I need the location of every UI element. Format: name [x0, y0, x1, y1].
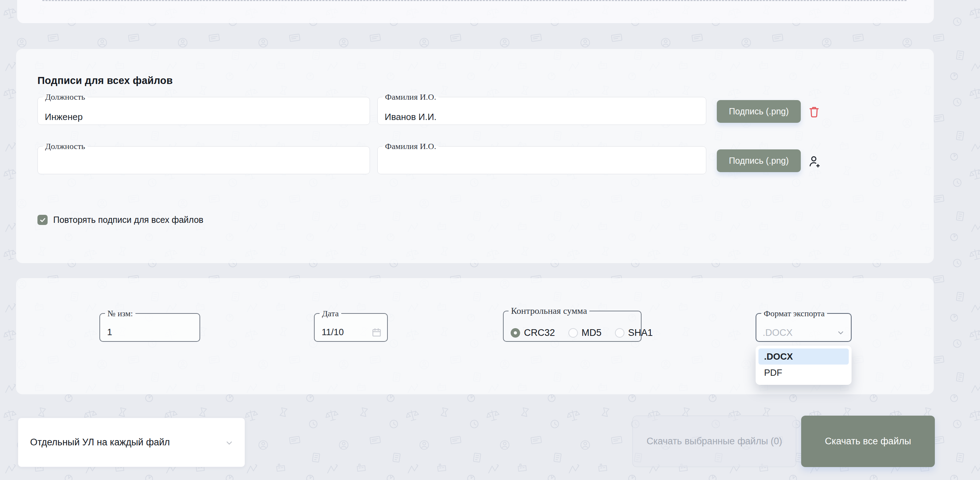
- position-label-2: Должность: [43, 142, 88, 151]
- change-number-label: № изм:: [105, 309, 135, 318]
- dropzone-dashed-border: [42, 0, 907, 1]
- position-field-1: Должность: [37, 93, 370, 125]
- export-format-value: .DOCX: [763, 327, 793, 338]
- export-format-label: Формат экспорта: [761, 309, 827, 318]
- signature-upload-button-2[interactable]: Подпись (.png): [717, 149, 801, 172]
- signature-upload-button-1[interactable]: Подпись (.png): [717, 100, 801, 123]
- check-icon: [39, 216, 46, 224]
- name-input-1[interactable]: [384, 109, 689, 125]
- repeat-signatures-label: Повторять подписи для всех файлов: [53, 215, 204, 225]
- repeat-signatures-row: Повторять подписи для всех файлов: [37, 215, 204, 225]
- top-card: [17, 0, 934, 23]
- menu-item-docx[interactable]: .DOCX: [759, 348, 849, 364]
- radio-icon-crc32: [511, 328, 520, 338]
- radio-label-crc32: CRC32: [524, 327, 555, 338]
- radio-option-sha1[interactable]: SHA1: [615, 327, 653, 338]
- export-format-select[interactable]: Формат экспорта .DOCX: [756, 309, 851, 342]
- export-format-menu: .DOCX PDF: [756, 346, 851, 385]
- checksum-field: Контрольная сумма CRC32 MD5 SHA1: [503, 307, 641, 342]
- change-number-field: № изм:: [99, 309, 200, 342]
- radio-option-md5[interactable]: MD5: [568, 327, 601, 338]
- chevron-down-icon: [224, 438, 234, 449]
- radio-icon-sha1: [615, 328, 624, 338]
- person-add-icon[interactable]: [807, 154, 822, 169]
- name-input-2[interactable]: [384, 158, 689, 174]
- position-field-2: Должность: [37, 142, 370, 174]
- date-field: Дата: [314, 309, 388, 342]
- name-label-1: Фамилия И.О.: [383, 93, 439, 101]
- position-input-1[interactable]: [44, 109, 353, 125]
- change-number-input[interactable]: [107, 324, 183, 340]
- radio-label-sha1: SHA1: [628, 327, 653, 338]
- radio-label-md5: MD5: [582, 327, 601, 338]
- position-input-2[interactable]: [44, 158, 353, 174]
- section-title: Подписи для всех файлов: [37, 75, 173, 86]
- download-selected-button[interactable]: Скачать выбранные файлы (0): [632, 416, 796, 467]
- radio-icon-md5: [568, 328, 578, 338]
- name-field-2: Фамилия И.О.: [377, 142, 706, 174]
- menu-item-pdf[interactable]: PDF: [759, 364, 849, 381]
- checksum-radio-group: CRC32 MD5 SHA1: [511, 327, 653, 338]
- ul-mode-select-value: Отдельный УЛ на каждый файл: [30, 418, 170, 467]
- date-input[interactable]: [321, 324, 361, 340]
- download-all-button[interactable]: Скачать все файлы: [801, 416, 935, 467]
- position-label-1: Должность: [43, 93, 88, 101]
- date-label: Дата: [320, 309, 341, 318]
- checksum-label: Контрольная сумма: [509, 307, 589, 316]
- calendar-icon[interactable]: [371, 327, 382, 339]
- name-label-2: Фамилия И.О.: [383, 142, 439, 151]
- page: Подписи для всех файлов Должность Фамили…: [0, 0, 980, 480]
- ul-mode-select[interactable]: Отдельный УЛ на каждый файл: [18, 418, 245, 467]
- trash-icon[interactable]: [807, 104, 822, 120]
- name-field-1: Фамилия И.О.: [377, 93, 706, 125]
- signatures-section: Подписи для всех файлов Должность Фамили…: [16, 49, 934, 263]
- radio-option-crc32[interactable]: CRC32: [511, 327, 555, 338]
- chevron-down-icon: [836, 328, 845, 339]
- repeat-signatures-checkbox[interactable]: [37, 215, 48, 225]
